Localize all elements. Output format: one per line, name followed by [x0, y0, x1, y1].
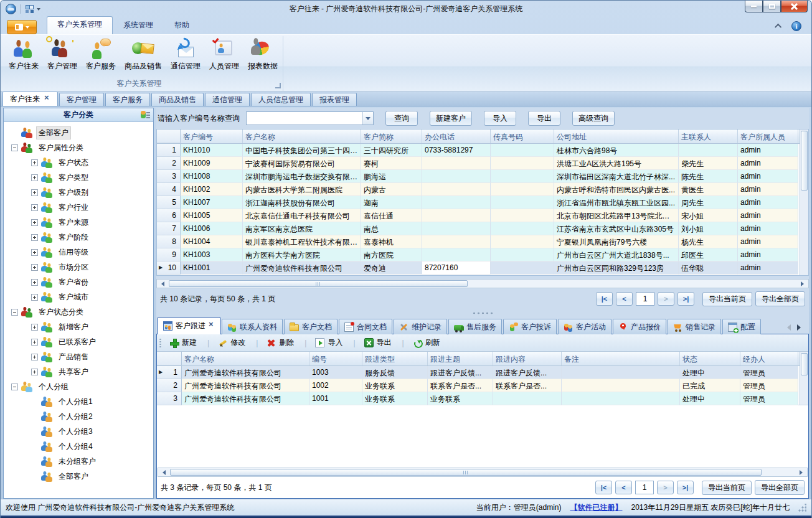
- detail-tab[interactable]: 客户投诉: [503, 319, 557, 334]
- maximize-button[interactable]: [763, 1, 781, 12]
- action-button[interactable]: 高级查询: [572, 111, 615, 126]
- tree-expander-icon[interactable]: [31, 294, 38, 301]
- detail-tab[interactable]: 产品报价: [613, 319, 666, 334]
- ribbon-button[interactable]: 报表数据: [243, 36, 282, 72]
- tree-item[interactable]: 客户属性分类: [4, 140, 153, 155]
- col-header-owner[interactable]: 客户所属人员: [738, 130, 798, 143]
- prev-page-button[interactable]: <: [615, 481, 632, 494]
- tree-expander-icon[interactable]: [31, 264, 38, 271]
- ribbon-button[interactable]: 客户管理: [43, 36, 82, 72]
- horizontal-scrollbar[interactable]: [158, 468, 808, 477]
- tree-item[interactable]: 个人分组4: [4, 439, 153, 454]
- tree-item[interactable]: 新增客户: [4, 319, 153, 334]
- panel-splitter[interactable]: [156, 309, 809, 317]
- close-tab-icon[interactable]: [209, 323, 215, 329]
- tree-expander-icon[interactable]: [31, 354, 38, 360]
- tree-item[interactable]: 全部客户: [4, 125, 153, 140]
- tree-item[interactable]: 信用等级: [4, 245, 153, 260]
- table-row[interactable]: 2 KH1009 宁波赛柯国际贸易有限公司 赛柯 洪塘工业A区洪大路195号 柴…: [157, 157, 808, 170]
- document-tab[interactable]: 客户服务: [105, 93, 150, 106]
- tree-item[interactable]: 个人分组2: [4, 409, 153, 424]
- col-header-name[interactable]: 客户名称: [243, 130, 361, 143]
- detail-tab[interactable]: 配置: [722, 319, 761, 334]
- document-tab[interactable]: 报表管理: [312, 93, 357, 106]
- col-header-handler[interactable]: 经办人: [740, 352, 798, 365]
- toolbar-button[interactable]: 修改: [214, 337, 262, 348]
- tree-item[interactable]: 个人分组: [4, 379, 153, 394]
- table-row[interactable]: 7 KH1006 南京军区南京总医院 南总 江苏省南京市玄武区中山东路305号 …: [157, 222, 808, 235]
- tree-item[interactable]: 客户行业: [4, 200, 153, 215]
- document-tab[interactable]: 客户管理: [59, 93, 104, 106]
- col-header-follow-type[interactable]: 跟进类型: [362, 352, 428, 365]
- registered-link[interactable]: 【软件已注册】: [570, 502, 622, 513]
- col-header-follow-subject[interactable]: 跟进主题: [428, 352, 493, 365]
- combo-dropdown-icon[interactable]: [362, 112, 373, 125]
- vertical-scrollbar[interactable]: [800, 352, 808, 405]
- detail-tab[interactable]: 客户活动: [558, 319, 611, 334]
- tree-expander-icon[interactable]: [31, 204, 38, 211]
- close-button[interactable]: [781, 1, 808, 12]
- close-tab-icon[interactable]: [44, 96, 50, 102]
- export-current-page-button[interactable]: 导出当前页: [702, 292, 752, 306]
- tree-item[interactable]: 个人分组3: [4, 424, 153, 439]
- app-menu-button[interactable]: [7, 20, 37, 34]
- export-all-pages-button[interactable]: 导出全部页: [755, 480, 805, 495]
- tree-expander-icon[interactable]: [31, 324, 38, 331]
- tree-expander-icon[interactable]: [11, 384, 18, 390]
- tree-item[interactable]: 产品销售: [4, 349, 153, 364]
- resize-grip-icon[interactable]: [798, 504, 806, 512]
- action-button[interactable]: 新建客户: [430, 111, 472, 126]
- toolbar-button[interactable]: 刷新: [408, 337, 445, 348]
- table-row[interactable]: 3 KH1008 深圳市鹏海运电子数据交换有限公司 鹏海运 深圳市福田区深南大道…: [157, 170, 808, 183]
- tree-item[interactable]: 客户状态: [4, 155, 153, 170]
- ribbon-button[interactable]: 商品及销售: [120, 36, 166, 72]
- scroll-left-icon[interactable]: [157, 280, 166, 288]
- col-header-phone[interactable]: 办公电话: [422, 130, 491, 143]
- page-number-input[interactable]: 1: [635, 481, 654, 494]
- detail-tab[interactable]: 客户文档: [284, 319, 338, 334]
- detail-tab[interactable]: 售后服务: [448, 319, 502, 334]
- export-current-page-button[interactable]: 导出当前页: [702, 481, 752, 495]
- tree-expander-icon[interactable]: [11, 144, 18, 151]
- document-tab[interactable]: 人员信息管理: [251, 93, 311, 106]
- page-number-input[interactable]: 1: [636, 292, 654, 306]
- col-header-code[interactable]: 客户编号: [181, 130, 243, 143]
- ribbon-button[interactable]: 人员管理: [205, 36, 243, 72]
- scroll-tabs-left-icon[interactable]: [784, 324, 791, 331]
- tree-expander-icon[interactable]: [31, 339, 38, 346]
- tree-item[interactable]: 客户省份: [4, 275, 153, 290]
- tree-expander-icon[interactable]: [31, 159, 38, 166]
- minimize-button[interactable]: [745, 1, 763, 12]
- tree-item[interactable]: 客户级别: [4, 185, 153, 200]
- document-tab[interactable]: 通信管理: [205, 93, 250, 106]
- person-list-icon[interactable]: [140, 110, 150, 120]
- table-row[interactable]: 2 广州爱奇迪软件科技有限公司 1002 业务联系 联系客户是否... 联系客户…: [157, 379, 808, 392]
- chevron-down-icon[interactable]: [37, 8, 40, 12]
- ribbon-tab[interactable]: 客户关系管理: [47, 16, 113, 34]
- detail-tab[interactable]: 客户跟进: [158, 317, 220, 334]
- dialog-launcher-icon[interactable]: [275, 83, 281, 88]
- col-header-note[interactable]: 备注: [562, 352, 680, 365]
- info-icon[interactable]: [791, 21, 801, 31]
- toolbar-button[interactable]: 导入: [311, 337, 359, 348]
- action-button[interactable]: 导出: [528, 111, 560, 126]
- tree-item[interactable]: 客户状态分类: [4, 304, 153, 319]
- scroll-right-icon[interactable]: [798, 468, 807, 476]
- col-header-abbr[interactable]: 客户简称: [361, 130, 422, 143]
- col-header-number[interactable]: 编号: [309, 352, 362, 365]
- table-row[interactable]: 1 广州爱奇迪软件科技有限公司 1003 服务反馈 跟进客户反馈... 跟进客户…: [157, 366, 808, 379]
- table-row[interactable]: 1 KH1010 中国电子科技集团公司第三十四研... 三十四研究所 0733-…: [157, 144, 808, 157]
- table-row[interactable]: 4 KH1002 内蒙古医科大学第二附属医院 内蒙古 内蒙古呼和浩特市回民区内蒙…: [157, 183, 808, 196]
- window-layout-icon[interactable]: [26, 5, 34, 13]
- prev-page-button[interactable]: <: [616, 292, 633, 306]
- detail-tab[interactable]: 合同文档: [339, 319, 392, 334]
- ribbon-button[interactable]: 通信管理: [166, 36, 205, 72]
- tree-expander-icon[interactable]: [31, 174, 38, 181]
- tree-item[interactable]: 已联系客户: [4, 334, 153, 349]
- collapse-ribbon-icon[interactable]: [775, 24, 781, 31]
- tree-item[interactable]: 客户阶段: [4, 230, 153, 245]
- ribbon-button[interactable]: 客户服务: [82, 36, 120, 72]
- toolbar-button[interactable]: 新建: [165, 337, 214, 348]
- col-header-follow-content[interactable]: 跟进内容: [493, 352, 562, 365]
- tree-item[interactable]: 共享客户: [4, 364, 153, 379]
